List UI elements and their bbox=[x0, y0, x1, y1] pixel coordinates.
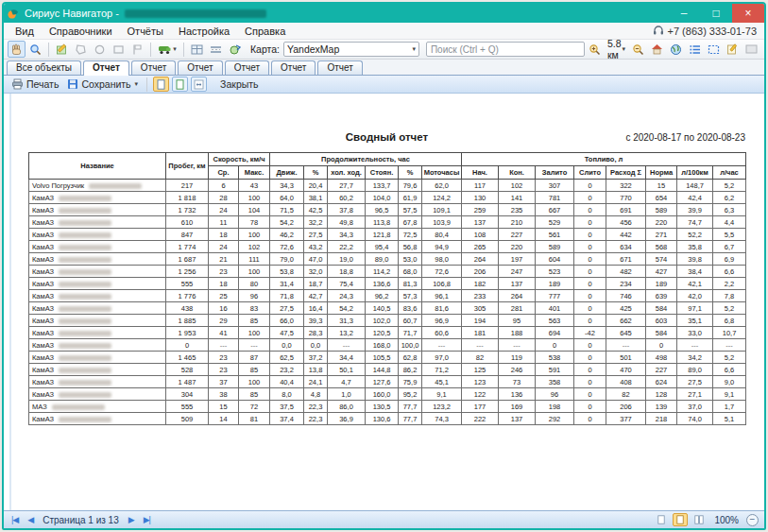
cell: 227 bbox=[499, 229, 536, 241]
cell: 47,5 bbox=[270, 327, 304, 339]
minimize-button[interactable]: – bbox=[668, 4, 700, 23]
layout-multi-button[interactable] bbox=[691, 513, 707, 526]
edit-map-button[interactable] bbox=[53, 41, 71, 58]
cell: 15 bbox=[209, 401, 239, 413]
cell: 40,4 bbox=[270, 376, 304, 388]
cell: 87 bbox=[239, 352, 270, 364]
cell: 1 774 bbox=[166, 241, 209, 253]
page-navigator: |◀ ◀ Страница 1 из 13 ▶ ▶| bbox=[9, 515, 152, 525]
circle-tool-button[interactable] bbox=[91, 41, 109, 58]
photo-button[interactable] bbox=[742, 41, 760, 58]
save-button[interactable]: Сохранить ▾ bbox=[64, 78, 141, 90]
panel-splitter[interactable] bbox=[9, 94, 11, 510]
cell: 96,2 bbox=[366, 290, 399, 302]
cell: 13,2 bbox=[328, 327, 366, 339]
cell: 358 bbox=[536, 376, 574, 388]
tab-6-отчет[interactable]: Отчет bbox=[317, 60, 362, 75]
cell: 80 bbox=[239, 278, 270, 290]
maximize-button[interactable]: □ bbox=[700, 4, 732, 23]
cell: 16,4 bbox=[304, 302, 328, 315]
vehicle-name: КамАЗ bbox=[29, 216, 166, 229]
rectangle-icon bbox=[112, 43, 125, 56]
scale-select[interactable]: 5.8 км ▾ bbox=[605, 38, 628, 60]
cell: 82 bbox=[606, 388, 646, 401]
cell: 130 bbox=[462, 192, 499, 204]
cell: 72 bbox=[239, 401, 270, 413]
cell: 0 bbox=[574, 401, 606, 413]
track-button[interactable] bbox=[226, 41, 244, 58]
cell: 141 bbox=[499, 192, 536, 204]
selection-frame-button[interactable] bbox=[705, 41, 723, 58]
prev-page-button[interactable]: ◀ bbox=[26, 515, 35, 524]
grid-view-button[interactable] bbox=[188, 41, 206, 58]
cell: 6,6 bbox=[713, 364, 746, 376]
zoom-in-button[interactable] bbox=[586, 41, 604, 58]
cell: 42,4 bbox=[677, 192, 713, 204]
column-group-header: Название bbox=[29, 153, 166, 180]
map-select[interactable]: YandexMap ▾ bbox=[283, 42, 419, 57]
cell: 104 bbox=[239, 204, 270, 216]
cell: 847 bbox=[166, 229, 209, 241]
print-button[interactable]: Печать bbox=[9, 78, 61, 90]
hand-tool-button[interactable] bbox=[8, 41, 26, 58]
single-page-view-button[interactable] bbox=[153, 77, 169, 92]
cell: 9,0 bbox=[713, 376, 746, 388]
route-tool-button[interactable] bbox=[128, 41, 146, 58]
cell: 121,8 bbox=[366, 229, 399, 241]
menu-item-справка[interactable]: Справка bbox=[237, 25, 293, 38]
cell: 4,7 bbox=[328, 376, 366, 388]
cell: 189 bbox=[536, 278, 574, 290]
tab-2-отчет[interactable]: Отчет bbox=[131, 60, 176, 75]
menu-item-настройка[interactable]: Настройка bbox=[171, 25, 237, 38]
fit-page-view-button[interactable] bbox=[191, 77, 207, 92]
notes-button[interactable] bbox=[724, 41, 742, 58]
close-button[interactable]: × bbox=[732, 4, 764, 23]
cell: 96,5 bbox=[366, 204, 399, 216]
cell: 1 487 bbox=[166, 376, 209, 388]
cell: 137 bbox=[462, 216, 499, 229]
cell: 34,3 bbox=[328, 229, 366, 241]
last-page-button[interactable]: ▶| bbox=[142, 515, 152, 524]
search-input[interactable] bbox=[426, 42, 585, 57]
table-row: КамАЗ528238523,213,850,1144,886,271,2125… bbox=[29, 364, 746, 376]
zoom-tool-button[interactable] bbox=[26, 41, 44, 58]
zoom-out-button[interactable] bbox=[629, 41, 647, 58]
cell: 38 bbox=[209, 388, 239, 401]
object-list-button[interactable] bbox=[686, 41, 704, 58]
first-page-button[interactable]: |◀ bbox=[9, 515, 20, 524]
cell: 639 bbox=[646, 290, 677, 302]
tab-4-отчет[interactable]: Отчет bbox=[225, 60, 269, 75]
two-page-view-button[interactable] bbox=[172, 77, 188, 92]
menu-item-справочники[interactable]: Справочники bbox=[42, 25, 120, 38]
rect-tool-button[interactable] bbox=[110, 41, 128, 58]
cell: 86,2 bbox=[399, 364, 422, 376]
home-button[interactable] bbox=[648, 41, 666, 58]
cell: 73 bbox=[499, 376, 536, 388]
map-globe-button[interactable] bbox=[667, 41, 685, 58]
tab-5-отчет[interactable]: Отчет bbox=[271, 60, 316, 75]
tab-1-отчет[interactable]: Отчет bbox=[83, 60, 129, 76]
next-page-button[interactable]: ▶ bbox=[127, 515, 136, 524]
menu-item-отчёты[interactable]: Отчёты bbox=[120, 25, 171, 38]
cell: 555 bbox=[166, 278, 209, 290]
layout-fit-button[interactable] bbox=[673, 513, 688, 526]
layout-normal-button[interactable] bbox=[654, 513, 669, 526]
vehicle-menu-button[interactable]: ▾ bbox=[155, 41, 179, 58]
cell: 72,6 bbox=[270, 241, 304, 253]
cell: 0 bbox=[574, 229, 606, 241]
zoom-out-icon bbox=[632, 43, 644, 56]
tab-3-отчет[interactable]: Отчет bbox=[178, 60, 222, 75]
menu-item-вид[interactable]: Вид bbox=[8, 25, 42, 38]
tab-0-все-объекты[interactable]: Все объекты bbox=[7, 60, 81, 75]
zoom-out-slider-button[interactable]: − bbox=[746, 514, 759, 526]
road-view-button[interactable] bbox=[207, 41, 225, 58]
polygon-tool-button[interactable] bbox=[72, 41, 90, 58]
cell: 217 bbox=[166, 180, 209, 192]
cell: 137 bbox=[499, 278, 536, 290]
cell: 470 bbox=[606, 364, 646, 376]
column-header: Залито bbox=[536, 166, 574, 180]
report-header: Сводный отчет с 2020-08-17 по 2020-08-23 bbox=[28, 131, 745, 145]
cell: 71,2 bbox=[422, 364, 462, 376]
page-icon bbox=[157, 79, 165, 90]
close-report-button[interactable]: Закрыть bbox=[217, 78, 261, 90]
